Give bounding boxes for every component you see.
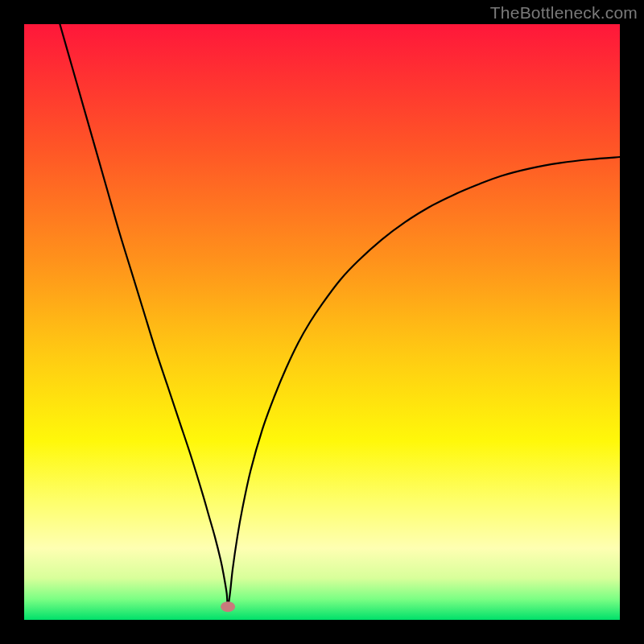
chart-frame — [24, 24, 620, 620]
chart-background — [24, 24, 620, 620]
watermark-text: TheBottleneck.com — [490, 3, 638, 23]
chart-plot — [24, 24, 620, 620]
cusp-marker — [221, 601, 235, 612]
